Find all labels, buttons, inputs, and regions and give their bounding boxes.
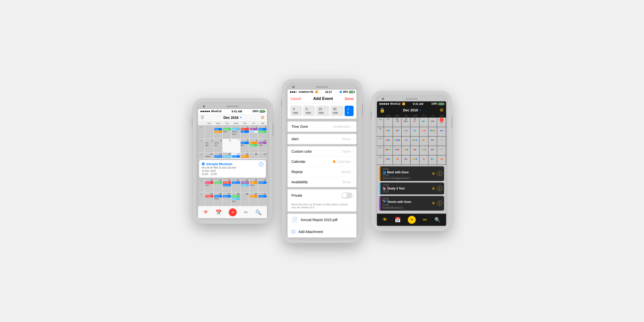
d-dec13[interactable]: 13 <box>402 136 410 146</box>
settings-gear-3[interactable]: ⚙ <box>440 108 444 113</box>
event-item-study[interactable]: 17:30 📚 Study 4 Test 19:00 ⚙ i <box>379 182 444 194</box>
cal-day-dec5[interactable]: 5 Car C Lun <box>214 139 223 152</box>
d-nov30[interactable]: 30 <box>410 118 420 127</box>
cal-day-dec19[interactable]: 19 Pack E <box>214 179 223 192</box>
cal-day-dec10[interactable]: 10 Study Conc <box>258 139 267 152</box>
d-dec5[interactable]: 5 <box>393 127 402 136</box>
cal-day-dec18[interactable]: 18 Payda Car C <box>205 179 214 192</box>
cal-day-dec22[interactable]: 22 Pictures Canoe <box>240 179 250 192</box>
cal-day-dec2[interactable]: 2 Laun Study <box>250 125 258 139</box>
d-dec18[interactable]: 18 <box>384 146 393 155</box>
settings-gear-1[interactable]: ⚙ <box>260 115 264 120</box>
alert-row[interactable]: Alert None › <box>288 134 356 144</box>
d-dec9[interactable]: 9 <box>428 127 437 136</box>
event-detail-popup[interactable]: 🏛 Intrepid Museum Pier 86 W 46th St and … <box>199 160 266 178</box>
cal-day-nov27[interactable]: 27 <box>205 125 214 139</box>
calendar-row[interactable]: Calendar Calendar › <box>288 157 356 167</box>
d-dec26[interactable]: 26 <box>393 156 402 164</box>
event-item-tennis[interactable]: 19:30 🎾 Tennis with Sven 22:30 Kinderdij… <box>379 196 444 210</box>
d-dec29[interactable]: 29 <box>420 156 428 164</box>
search-toolbar-icon-3[interactable]: 🔍 <box>434 217 440 223</box>
d-dec28[interactable]: 28 <box>410 156 420 164</box>
d-dec12[interactable]: 12 <box>393 136 402 146</box>
search-toolbar-icon[interactable]: 🔍 <box>255 209 262 215</box>
private-toggle[interactable] <box>342 192 352 198</box>
pill-5min[interactable]: 5 min <box>303 106 315 116</box>
calendar-icon-left[interactable]: 🗓 <box>200 115 205 120</box>
cal-day-dec31[interactable]: 31 Phone <box>258 192 267 206</box>
d-dec8[interactable]: 8 <box>420 127 428 136</box>
d-dec31[interactable]: 31 <box>437 156 446 164</box>
d-dec22[interactable]: 22 <box>420 146 428 155</box>
d-dec14[interactable]: 14 <box>410 136 420 146</box>
cal-day-dec20[interactable]: 20 Holiday Belmond <box>222 179 232 192</box>
done-button[interactable]: Done <box>345 97 354 101</box>
add-attachment-row[interactable]: ⬡ Add Attachment <box>288 226 356 238</box>
d-dec6[interactable]: 6 <box>402 127 410 136</box>
pill-0min[interactable]: 0 min <box>290 106 302 116</box>
d-dec11[interactable]: 11 <box>384 136 393 146</box>
d-dec17[interactable]: 17 <box>437 136 446 146</box>
edit-toolbar-icon[interactable]: ✏ <box>244 209 248 215</box>
cal-day-dec6[interactable]: 6 <box>222 139 232 152</box>
cal-day-dec4[interactable]: 4 Pro Mel <box>205 139 214 152</box>
cal-day-nov28[interactable]: 28 Flight CPT-AMS Pacific <box>214 125 223 139</box>
gear-action-icon[interactable]: ⚙ <box>432 201 435 205</box>
cal-title-3[interactable]: Dec 2016 ▼ <box>403 108 422 112</box>
cal-day-dec23[interactable]: 23 Kaap Lemo <box>250 179 258 192</box>
info-action-button[interactable]: i <box>437 186 442 191</box>
add-event-button-3[interactable]: + <box>408 216 416 224</box>
d-nov27[interactable]: 27 <box>384 118 393 127</box>
cal-day-dec7[interactable]: 7 <box>232 139 240 152</box>
d-dec20[interactable]: 20 <box>402 146 410 155</box>
cal-day-dec24[interactable]: 24 Harbo <box>258 179 267 192</box>
cal-day-dec3[interactable]: 3 Meet Tennis <box>258 125 267 139</box>
cancel-button[interactable]: Cancel <box>290 97 301 101</box>
cal-day-dec1[interactable]: 1 Drink Train <box>240 125 250 139</box>
cal-day-dec9[interactable]: 9 Pill Apple <box>250 139 258 152</box>
d-dec10[interactable]: 10 <box>437 127 446 136</box>
availability-row[interactable]: Availability Busy › <box>288 177 356 187</box>
d-dec24[interactable]: 24 <box>437 146 446 155</box>
d-dec3-today[interactable]: 3 <box>437 118 446 127</box>
pill-30min[interactable]: 30 min <box>330 106 344 116</box>
cal-day-dec26[interactable]: 26 Plumwood Frans <box>214 192 223 206</box>
custom-color-row[interactable]: Custom color None › <box>288 146 356 157</box>
d-dec27[interactable]: 27 <box>402 156 410 164</box>
gear-action-icon[interactable]: ⚙ <box>432 172 435 176</box>
d-dec25[interactable]: 25 <box>384 156 393 164</box>
pill-15min[interactable]: 15 min <box>316 106 330 116</box>
add-event-button[interactable]: + <box>229 208 237 216</box>
d-dec15[interactable]: 15 <box>420 136 428 146</box>
eye-toolbar-icon[interactable]: 👁 <box>204 209 208 215</box>
cal-day-nov29[interactable]: 29 Tennis Wine <box>222 125 232 139</box>
d-dec23[interactable]: 23 <box>428 146 437 155</box>
cal-day-dec8[interactable]: 8 Cal C Bus <box>240 139 250 152</box>
edit-toolbar-icon-3[interactable]: ✏ <box>423 217 427 223</box>
repeat-row[interactable]: Repeat Never › <box>288 167 356 177</box>
eye-toolbar-icon-3[interactable]: 👁 <box>382 217 388 222</box>
timezone-row[interactable]: Time Zone Amsterdam › <box>288 122 356 132</box>
cal-day-dec30[interactable]: 30 A-Fus <box>250 192 258 206</box>
pdf-attachment-row[interactable]: 📄 Annual Report 2015.pdf <box>288 214 356 226</box>
pill-1h[interactable]: 1 h <box>345 106 354 116</box>
info-action-button[interactable]: i <box>437 201 442 206</box>
d-dec21[interactable]: 21 <box>410 146 420 155</box>
cal-day-dec28[interactable]: 28 Tennis Noorl Dinn <box>232 192 240 206</box>
d-dec16[interactable]: 16 <box>428 136 437 146</box>
cal-day-nov30[interactable]: 30 Noorl Dinner Train <box>232 125 240 139</box>
cal-day-dec25[interactable]: 25 Holiday <box>205 192 214 206</box>
cal-day-dec27[interactable]: 27 Flight CPT <box>222 192 232 206</box>
d-dec19[interactable]: 19 <box>393 146 402 155</box>
calendar-toolbar-icon[interactable]: 📅 <box>216 209 222 215</box>
info-action-button[interactable]: i <box>437 171 442 176</box>
gear-action-icon[interactable]: ⚙ <box>432 186 435 190</box>
d-dec4[interactable]: 4 <box>384 127 393 136</box>
calendar-toolbar-icon-3[interactable]: 📅 <box>394 217 401 223</box>
d-nov29[interactable]: 29 <box>402 118 410 127</box>
cal-day-dec29[interactable]: 29 <box>240 192 250 206</box>
event-item-meet-dave[interactable]: 10:00 👥 Meet with Dave 17:00 Simon Carmi… <box>379 166 444 181</box>
event-info-button[interactable]: i <box>259 162 263 166</box>
d-dec7[interactable]: 7 <box>410 127 420 136</box>
cal-day-dec21[interactable]: 21 Hotel Upper <box>232 179 240 192</box>
